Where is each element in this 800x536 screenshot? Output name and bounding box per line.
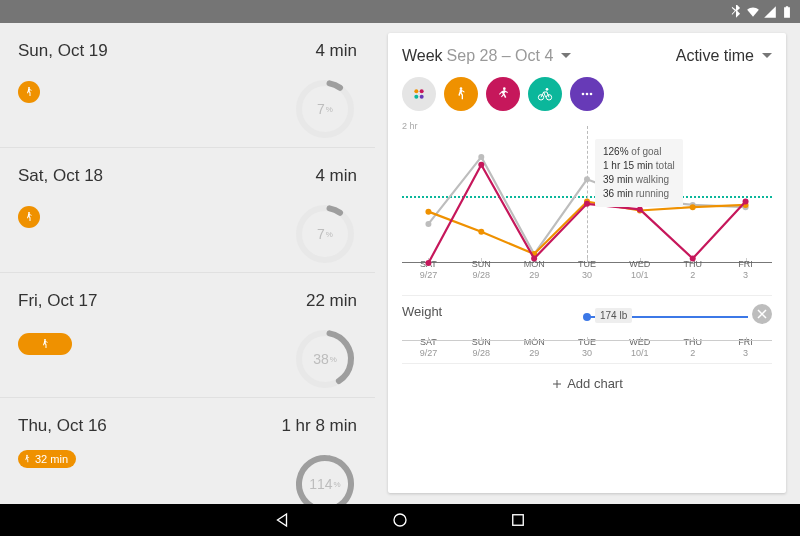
android-nav-bar [0,504,800,536]
svg-point-39 [478,162,484,168]
day-minutes: 4 min [315,41,357,61]
svg-point-41 [584,201,590,207]
weight-close-button[interactable] [752,304,772,324]
week-selector[interactable]: Week [402,47,443,65]
chip-more[interactable] [570,77,604,111]
plus-icon [551,378,563,390]
battery-icon [780,5,794,19]
svg-point-36 [690,204,696,210]
cell-signal-icon [763,5,777,19]
chip-all[interactable] [402,77,436,111]
progress-ring: 114% [293,452,357,504]
svg-point-45 [394,514,406,526]
progress-ring: 7% [293,202,357,266]
day-date: Sun, Oct 19 [18,41,108,61]
day-item[interactable]: Sat, Oct 184 min7% [0,148,375,273]
android-status-bar [0,0,800,23]
chip-bike[interactable] [528,77,562,111]
walk-icon [18,206,40,228]
svg-point-42 [637,206,643,212]
svg-point-9 [26,455,28,457]
svg-point-23 [590,93,593,96]
progress-ring: 7% [293,77,357,141]
add-chart-button[interactable]: Add chart [402,363,772,403]
day-item[interactable]: Sun, Oct 194 min7% [0,23,375,148]
svg-point-27 [584,176,590,182]
svg-point-24 [425,221,431,227]
nav-recent-icon[interactable] [509,511,527,529]
svg-point-43 [690,256,696,262]
day-date: Fri, Oct 17 [18,291,97,311]
day-item[interactable]: Thu, Oct 161 hr 8 min32 min114% [0,398,375,504]
day-list[interactable]: Sun, Oct 194 min7%Sat, Oct 184 min7%Fri,… [0,23,375,504]
week-dropdown-icon[interactable] [561,47,571,65]
svg-point-38 [425,260,431,266]
bluetooth-icon [729,5,743,19]
chart-card: Week Sep 28 – Oct 4 Active time 2 hr SAT… [388,33,786,493]
nav-home-icon[interactable] [391,511,409,529]
day-date: Thu, Oct 16 [18,416,107,436]
weight-chart[interactable]: Weight 174 lbSAT9/27SUN9/28MON29TUE30WED… [402,295,772,359]
svg-point-14 [414,95,418,99]
svg-point-6 [44,339,46,341]
chart-tooltip: 126% of goal1 hr 15 min total39 min walk… [595,139,683,207]
day-date: Sat, Oct 18 [18,166,103,186]
svg-point-32 [478,229,484,235]
wifi-icon [746,5,760,19]
svg-rect-46 [513,515,524,526]
svg-point-21 [582,93,585,96]
day-minutes: 4 min [315,166,357,186]
svg-point-12 [414,89,418,93]
walk-pill [18,333,72,355]
metric-selector[interactable]: Active time [676,47,754,65]
day-minutes: 22 min [306,291,357,311]
week-range: Sep 28 – Oct 4 [447,47,554,65]
activity-chart[interactable]: 2 hr SAT9/27SUN9/28MON29TUE30WED10/1THU2… [402,121,772,281]
progress-ring: 38% [293,327,357,391]
svg-point-13 [420,89,424,93]
activity-chips [402,77,772,111]
metric-dropdown-icon[interactable] [762,47,772,65]
svg-point-0 [28,87,30,89]
weight-value: 174 lb [595,308,632,323]
svg-point-3 [28,212,30,214]
svg-point-17 [503,87,506,90]
svg-point-25 [478,154,484,160]
day-item[interactable]: Fri, Oct 1722 min38% [0,273,375,398]
svg-point-20 [546,88,549,91]
chip-run[interactable] [486,77,520,111]
walk-pill-label: 32 min [18,450,76,468]
nav-back-icon[interactable] [273,511,291,529]
day-minutes: 1 hr 8 min [281,416,357,436]
svg-point-40 [531,256,537,262]
svg-point-31 [425,209,431,215]
chip-walk[interactable] [444,77,478,111]
walk-icon [18,81,40,103]
svg-point-15 [420,95,424,99]
svg-point-16 [460,87,463,90]
svg-point-22 [586,93,589,96]
svg-point-44 [743,199,749,205]
